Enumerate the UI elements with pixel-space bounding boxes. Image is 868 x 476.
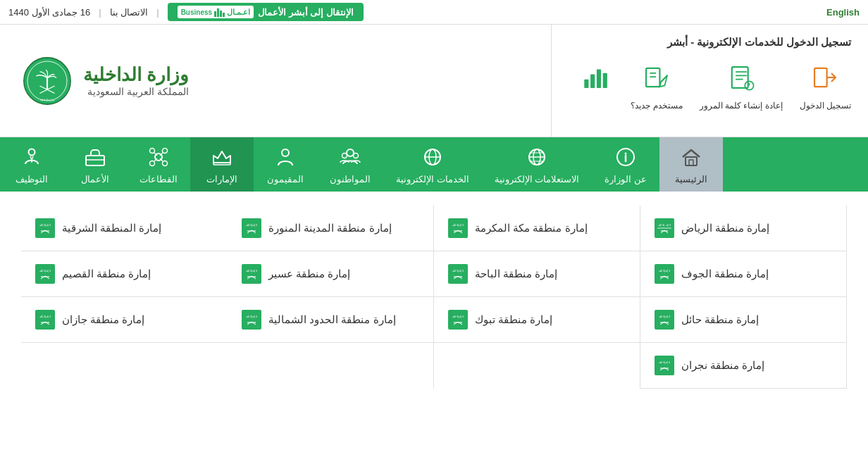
top-bar: English الإنتقال إلى أبشر الأعمال اعـمـا… [0, 0, 868, 25]
services-icon [420, 144, 445, 170]
newuser-label: مستخدم جديد؟ [631, 101, 682, 111]
svg-point-41 [150, 149, 155, 154]
nav-item-emirates[interactable]: الإمارات [190, 137, 254, 192]
logo-text: وزارة الداخلية المملكة العربية السعودية [83, 64, 189, 97]
nav-item-about[interactable]: عن الوزارة [592, 137, 659, 192]
sa-flag-icon-6: لا إله إلا الله [448, 264, 468, 284]
region-tabuk-label: إمارة منطقة تبوك [475, 313, 552, 326]
sa-flag-icon-4: لا إله إلا الله [35, 218, 55, 238]
region-item-northern[interactable]: إمارة منطقة الحدود الشمالية لا إله إلا ا… [228, 297, 434, 343]
sa-flag-icon-7: لا إله إلا الله [242, 264, 261, 284]
region-item-medina[interactable]: إمارة منطقة المدينة المنورة لا إله إلا ا… [228, 206, 434, 251]
region-najran-label: إمارة منطقة نجران [681, 359, 764, 372]
contact-link[interactable]: الاتصال بنا [110, 7, 149, 18]
logo-title: وزارة الداخلية [83, 64, 189, 86]
svg-point-35 [347, 149, 354, 156]
reset-label: إعادة إنشاء كلمة المرور [700, 101, 783, 111]
nav-item-home[interactable]: الرئيسية [659, 137, 723, 192]
svg-point-51 [29, 149, 35, 156]
sa-flag-icon-11: لا إله إلا الله [242, 310, 261, 330]
svg-text:وزارة الداخلية: وزارة الداخلية [40, 98, 55, 101]
nav-home-label: الرئيسية [675, 174, 707, 184]
region-item-baha[interactable]: إمارة منطقة الباحة لا إله إلا الله [434, 251, 640, 297]
region-jazan-label: إمارة منطقة جازان [62, 313, 144, 326]
svg-point-6 [745, 81, 753, 89]
region-riyadh-label: إمارة منطقة الرياض [681, 222, 769, 234]
region-item-jouf[interactable]: إمارة منطقة الجوف لا إله إلا الله [640, 251, 847, 297]
region-item-jazan[interactable]: إمارة منطقة جازان لا إله إلا الله [21, 297, 228, 343]
svg-rect-94 [655, 310, 674, 330]
signin-label: تسجيل الدخول [800, 101, 851, 111]
sa-flag-icon-3: لا إله إلا الله [242, 218, 261, 238]
nav-item-inquiries[interactable]: الاستعلامات الإلكترونية [482, 137, 593, 192]
svg-point-42 [163, 149, 168, 154]
reset-icon [724, 60, 759, 95]
svg-rect-114 [655, 356, 674, 375]
nav-item-citizens[interactable]: المواطنون [317, 137, 383, 192]
svg-rect-69 [35, 218, 55, 238]
chart-bars-icon [578, 60, 614, 95]
region-item-hail[interactable]: إمارة منطقة حائل لا إله إلا الله [640, 297, 847, 343]
residents-icon [273, 144, 298, 170]
region-item-qasim[interactable]: إمارة منطقة القصيم لا إله إلا الله [21, 251, 228, 297]
region-empty-3 [21, 343, 228, 389]
home-icon [678, 144, 704, 170]
nav-item-services[interactable]: الخدمات الإلكترونية [383, 137, 482, 192]
date-text: 16 جمادى الأول 1440 [8, 7, 90, 18]
region-item-mecca[interactable]: إمارة منطقة مكة المكرمة لا إله إلا الله [434, 206, 640, 251]
sa-flag-icon-9: لا إله إلا الله [655, 310, 674, 330]
svg-rect-49 [86, 156, 104, 165]
svg-rect-89 [35, 264, 55, 284]
region-item-tabuk[interactable]: إمارة منطقة تبوك لا إله إلا الله [434, 297, 640, 343]
absher-business-btn[interactable]: الإنتقال إلى أبشر الأعمال اعـمـال Busine… [168, 3, 364, 21]
top-bar-left: English [826, 7, 860, 18]
svg-rect-13 [590, 75, 595, 88]
top-bar-right: الإنتقال إلى أبشر الأعمال اعـمـال Busine… [8, 3, 364, 21]
svg-rect-104 [242, 310, 261, 330]
svg-point-43 [150, 161, 155, 166]
sa-flag-icon-13: لا إله إلا الله [655, 356, 674, 375]
login-option-reset[interactable]: إعادة إنشاء كلمة المرور [700, 60, 783, 111]
nav-emirates-label: الإمارات [206, 174, 237, 184]
header-logo: وزارة الداخلية المملكة العربية السعودية … [0, 25, 551, 137]
ministry-emblem: وزارة الداخلية [23, 56, 72, 106]
svg-rect-23 [689, 160, 693, 165]
nav-employment-label: التوظيف [16, 174, 48, 184]
english-link[interactable]: English [826, 7, 860, 18]
nav-about-label: عن الوزارة [604, 174, 647, 184]
business-nav-icon [82, 144, 108, 170]
business-sub-label: Business [181, 8, 212, 16]
region-item-eastern[interactable]: إمارة المنطقة الشرقية لا إله إلا الله [21, 206, 228, 251]
about-icon [613, 144, 638, 170]
login-title: تسجيل الدخول للخدمات الإلكترونية - أبشر [569, 36, 851, 49]
region-eastern-label: إمارة المنطقة الشرقية [62, 222, 161, 234]
nav-item-sectors[interactable]: القطاعات [127, 137, 190, 192]
svg-rect-84 [242, 264, 261, 284]
nav-item-business[interactable]: الأعمال [63, 137, 127, 192]
svg-rect-59 [448, 218, 468, 238]
nav-sectors-label: القطاعات [140, 174, 178, 184]
logo-subtitle: المملكة العربية السعودية [83, 86, 189, 97]
region-item-aseer[interactable]: إمارة منطقة عسير لا إله إلا الله [228, 251, 434, 297]
region-northern-label: إمارة منطقة الحدود الشمالية [268, 313, 396, 326]
nav-item-residents[interactable]: المقيمون [254, 137, 317, 192]
region-aseer-label: إمارة منطقة عسير [268, 268, 350, 280]
region-item-riyadh[interactable]: إمارة منطقة الرياض لا إله إلا الله [640, 206, 847, 251]
header-login: تسجيل الدخول للخدمات الإلكترونية - أبشر … [551, 25, 868, 137]
region-empty-2 [228, 343, 434, 389]
login-option-new[interactable]: مستخدم جديد؟ [631, 60, 682, 111]
bar-chart-icon [214, 7, 225, 17]
login-option-signin[interactable]: تسجيل الدخول [800, 60, 851, 111]
svg-rect-0 [814, 68, 827, 87]
svg-rect-64 [242, 218, 261, 238]
region-jouf-label: إمارة منطقة الجوف [681, 268, 769, 280]
sectors-icon [146, 144, 171, 170]
divider-1: | [156, 7, 159, 18]
nav-citizens-label: المواطنون [330, 174, 371, 184]
region-item-najran[interactable]: إمارة منطقة نجران لا إله إلا الله [640, 343, 847, 389]
citizens-icon [337, 144, 363, 170]
svg-point-26 [625, 153, 627, 155]
nav-item-employment[interactable]: التوظيف [0, 137, 63, 192]
svg-point-37 [354, 154, 359, 158]
sa-flag-icon-12: لا إله إلا الله [35, 310, 55, 330]
